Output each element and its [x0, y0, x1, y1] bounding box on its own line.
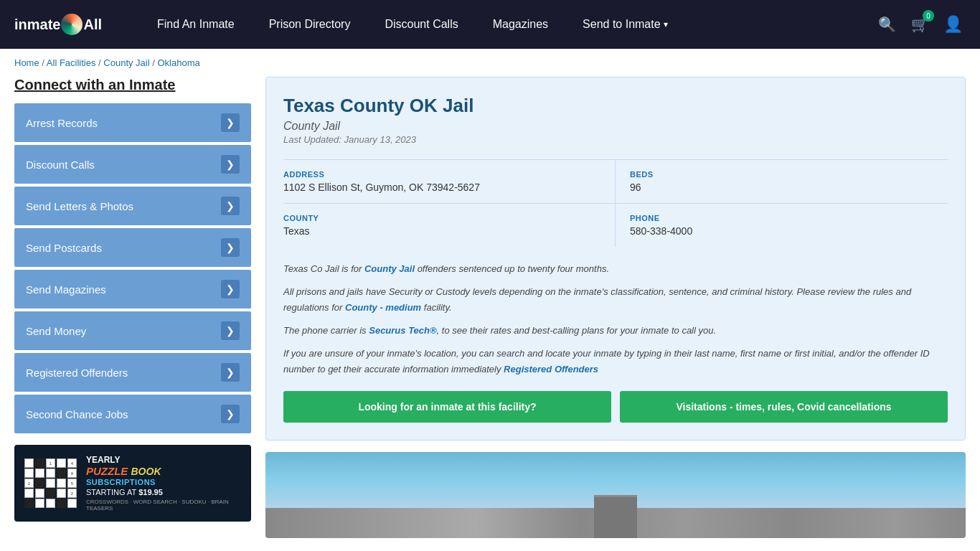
info-grid: ADDRESS 1102 S Ellison St, Guymon, OK 73… — [283, 159, 948, 247]
description-3: The phone carrier is Securus Tech®, to s… — [283, 323, 948, 339]
arrow-icon-3: ❯ — [221, 238, 240, 257]
arrow-icon-0: ❯ — [221, 113, 240, 132]
header: inmate All Find An Inmate Prison Directo… — [0, 0, 980, 49]
beds-label: BEDS — [630, 170, 948, 179]
header-icons: 🔍 🛒 0 👤 — [874, 11, 966, 37]
breadcrumb-county-jail[interactable]: County Jail — [103, 57, 149, 68]
registered-offenders-link[interactable]: Registered Offenders — [504, 364, 598, 375]
address-value: 1102 S Ellison St, Guymon, OK 73942-5627 — [283, 182, 600, 193]
search-button[interactable]: 🔍 — [874, 11, 900, 37]
sidebar-label-second-chance-jobs: Second Chance Jobs — [26, 408, 128, 420]
arrow-icon-6: ❯ — [221, 363, 240, 382]
sidebar-label-registered-offenders: Registered Offenders — [26, 367, 128, 379]
user-button[interactable]: 👤 — [940, 11, 966, 37]
sidebar: Connect with an Inmate Arrest Records ❯ … — [14, 77, 251, 538]
breadcrumb-all-facilities[interactable]: All Facilities — [47, 57, 96, 68]
description-1: Texas Co Jail is for County Jail offende… — [283, 261, 948, 277]
ad-price: $19.95 — [138, 488, 163, 496]
sidebar-item-send-magazines[interactable]: Send Magazines ❯ — [14, 270, 251, 309]
nav-send-to-inmate[interactable]: Send to Inmate▾ — [565, 0, 685, 49]
facility-type: County Jail — [283, 120, 948, 133]
sidebar-menu: Arrest Records ❯ Discount Calls ❯ Send L… — [14, 103, 251, 433]
cart-button[interactable]: 🛒 0 — [907, 11, 933, 37]
ad-types: CROSSWORDS · WORD SEARCH · SUDOKU · BRAI… — [86, 499, 241, 512]
dropdown-arrow-icon: ▾ — [664, 19, 668, 29]
sidebar-label-send-magazines: Send Magazines — [26, 283, 106, 296]
sidebar-item-send-money[interactable]: Send Money ❯ — [14, 311, 251, 350]
arrow-icon-1: ❯ — [221, 155, 240, 174]
ad-subscriptions: SUBSCRIPTIONS — [86, 478, 241, 486]
ad-text: YEARLY PUZZLE BOOK SUBSCRIPTIONS STARTIN… — [86, 455, 241, 512]
logo[interactable]: inmate All — [14, 14, 126, 35]
visitations-button[interactable]: Visitations - times, rules, Covid cancel… — [620, 391, 948, 423]
ad-starting: STARTING AT $19.95 — [86, 488, 241, 496]
nav-discount-calls[interactable]: Discount Calls — [367, 0, 475, 49]
arrow-icon-2: ❯ — [221, 197, 240, 215]
arrow-icon-7: ❯ — [221, 405, 240, 423]
logo-text-after: All — [83, 17, 102, 33]
sidebar-item-registered-offenders[interactable]: Registered Offenders ❯ — [14, 353, 251, 392]
breadcrumb-oklahoma[interactable]: Oklahoma — [157, 57, 199, 68]
description-4: If you are unsure of your inmate's locat… — [283, 346, 948, 377]
arrow-icon-5: ❯ — [221, 321, 240, 340]
securus-link[interactable]: Securus Tech® — [369, 325, 436, 336]
county-medium-link[interactable]: County - medium — [345, 302, 421, 313]
nav-prison-directory[interactable]: Prison Directory — [252, 0, 368, 49]
phone-value: 580-338-4000 — [630, 225, 948, 237]
ad-puzzle-book: PUZZLE BOOK — [86, 465, 241, 478]
facility-card: Texas County OK Jail County Jail Last Up… — [265, 77, 966, 441]
ad-puzzle-word: PUZZLE — [86, 465, 131, 477]
sidebar-title: Connect with an Inmate — [14, 77, 251, 93]
nav-menu: Find An Inmate Prison Directory Discount… — [140, 0, 874, 49]
nav-magazines[interactable]: Magazines — [476, 0, 565, 49]
sidebar-item-send-letters[interactable]: Send Letters & Photos ❯ — [14, 187, 251, 225]
facility-image — [265, 452, 966, 538]
sidebar-label-send-postcards: Send Postcards — [26, 242, 102, 254]
breadcrumb: Home / All Facilities / County Jail / Ok… — [0, 49, 980, 77]
sidebar-item-send-postcards[interactable]: Send Postcards ❯ — [14, 228, 251, 267]
phone-label: PHONE — [630, 214, 948, 222]
content-area: Texas County OK Jail County Jail Last Up… — [265, 77, 966, 538]
ad-book-word: BOOK — [131, 466, 161, 477]
sidebar-label-discount-calls: Discount Calls — [26, 159, 95, 171]
sidebar-item-discount-calls[interactable]: Discount Calls ❯ — [14, 145, 251, 184]
info-beds: BEDS 96 — [616, 160, 948, 204]
find-inmate-button[interactable]: Looking for an inmate at this facility? — [283, 391, 611, 423]
main-layout: Connect with an Inmate Arrest Records ❯ … — [0, 77, 980, 551]
ad-yearly: YEARLY — [86, 455, 241, 465]
info-county: COUNTY Texas — [283, 204, 616, 247]
sidebar-label-send-letters: Send Letters & Photos — [26, 200, 133, 212]
county-jail-link-1[interactable]: County Jail — [364, 263, 415, 274]
county-value: Texas — [283, 225, 600, 237]
logo-icon — [61, 14, 83, 35]
description-2: All prisons and jails have Security or C… — [283, 284, 948, 316]
facility-name: Texas County OK Jail — [283, 95, 948, 117]
cart-badge: 0 — [923, 10, 934, 22]
sidebar-item-arrest-records[interactable]: Arrest Records ❯ — [14, 103, 251, 142]
building-details — [594, 495, 637, 538]
nav-find-inmate[interactable]: Find An Inmate — [140, 0, 252, 49]
user-icon: 👤 — [943, 15, 963, 34]
logo-text-before: inmate — [14, 17, 60, 33]
info-phone: PHONE 580-338-4000 — [616, 204, 948, 247]
puzzle-grid-icon: 1 4 9 2 5 2 — [24, 458, 77, 508]
breadcrumb-home[interactable]: Home — [14, 57, 39, 68]
action-buttons: Looking for an inmate at this facility? … — [283, 391, 948, 423]
facility-last-updated: Last Updated: January 13, 2023 — [283, 134, 948, 145]
search-icon: 🔍 — [878, 16, 896, 33]
county-label: COUNTY — [283, 214, 600, 222]
sidebar-item-second-chance-jobs[interactable]: Second Chance Jobs ❯ — [14, 395, 251, 433]
facility-building — [265, 508, 966, 538]
sidebar-label-send-money: Send Money — [26, 325, 86, 337]
arrow-icon-4: ❯ — [221, 280, 240, 298]
address-label: ADDRESS — [283, 170, 600, 179]
sidebar-label-arrest-records: Arrest Records — [26, 117, 98, 129]
beds-value: 96 — [630, 182, 948, 193]
sidebar-ad[interactable]: 1 4 9 2 5 2 — [14, 445, 251, 522]
ad-container: 1 4 9 2 5 2 — [14, 445, 251, 522]
info-address: ADDRESS 1102 S Ellison St, Guymon, OK 73… — [283, 160, 616, 204]
